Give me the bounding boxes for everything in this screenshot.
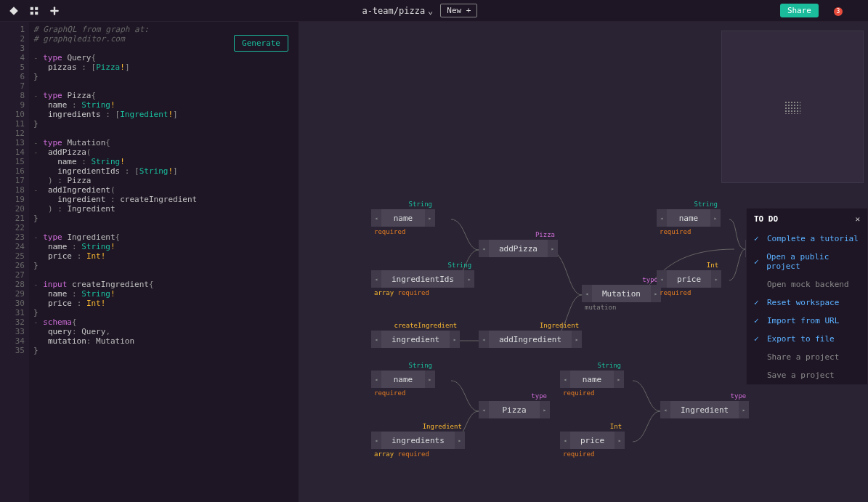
share-button[interactable]: Share bbox=[780, 4, 819, 17]
grid-icon[interactable] bbox=[29, 6, 39, 16]
topbar-right: Share 3 bbox=[780, 4, 859, 17]
svg-rect-3 bbox=[31, 12, 33, 15]
topbar-left bbox=[9, 6, 60, 16]
node-ingredient[interactable]: createIngredient ◂ingredient▸ bbox=[371, 331, 460, 348]
minimap-viewport bbox=[784, 101, 800, 114]
logo-icon[interactable] bbox=[9, 6, 19, 16]
generate-button[interactable]: Generate bbox=[234, 35, 288, 52]
check-icon: ✓ bbox=[754, 334, 761, 344]
node-add-pizza[interactable]: Pizza ◂addPizza▸ bbox=[479, 240, 558, 257]
todo-label: Reset workspace bbox=[767, 298, 839, 307]
project-selector[interactable]: a-team/pizza ⌄ bbox=[362, 6, 433, 16]
check-icon: ✓ bbox=[754, 257, 760, 267]
todo-label: Save a project bbox=[767, 371, 835, 380]
svg-marker-0 bbox=[9, 7, 18, 15]
graph-canvas[interactable]: String ◂name▸ required String ◂ingredien… bbox=[299, 22, 868, 502]
node-name-2[interactable]: String ◂name▸ required bbox=[657, 209, 721, 227]
todo-panel: TO DO ✕ ✓Complete a tutorial✓Open a publ… bbox=[746, 208, 868, 385]
main: 1234567891011121314151617181920212223242… bbox=[0, 22, 868, 502]
todo-item[interactable]: ✓Complete a tutorial bbox=[747, 230, 867, 248]
chevron-down-icon: ⌄ bbox=[428, 6, 433, 16]
node-add-ingredient[interactable]: Ingredient ◂addIngredient▸ bbox=[479, 331, 582, 348]
todo-item[interactable]: Open mock backend bbox=[747, 275, 867, 293]
node-mutation[interactable]: type ◂Mutation▸ mutation bbox=[582, 285, 661, 302]
todo-label: Open mock backend bbox=[767, 280, 849, 289]
topbar-center: a-team/pizza ⌄ New + bbox=[60, 4, 780, 17]
node-price-1[interactable]: Int ◂price▸ required bbox=[657, 270, 721, 288]
todo-label: Share a project bbox=[767, 352, 839, 362]
node-name-4[interactable]: String ◂name▸ required bbox=[560, 371, 624, 388]
todo-item[interactable]: ✓Export to file bbox=[747, 330, 867, 348]
todo-item[interactable]: Share a project bbox=[747, 348, 867, 366]
svg-rect-6 bbox=[50, 9, 59, 11]
check-icon: ✓ bbox=[754, 234, 761, 243]
todo-header: TO DO ✕ bbox=[747, 209, 867, 230]
todo-title: TO DO bbox=[754, 214, 778, 224]
new-button[interactable]: New + bbox=[440, 4, 477, 17]
node-ingredients[interactable]: Ingredient ◂ingredients▸ array required bbox=[371, 432, 465, 449]
node-ingredient-type[interactable]: type ◂Ingredient▸ bbox=[660, 401, 749, 418]
check-icon: ✓ bbox=[754, 298, 761, 307]
todo-item[interactable]: ✓Reset workspace bbox=[747, 293, 867, 312]
slack-icon[interactable] bbox=[49, 6, 60, 16]
node-ingredient-ids[interactable]: String ◂ingredientIds▸ array required bbox=[371, 270, 474, 288]
todo-label: Import from URL bbox=[767, 316, 839, 325]
svg-rect-1 bbox=[31, 7, 33, 9]
topbar: a-team/pizza ⌄ New + Share 3 bbox=[0, 0, 868, 22]
todo-label: Complete a tutorial bbox=[767, 234, 859, 243]
check-icon: ✓ bbox=[754, 316, 761, 325]
notification-badge: 3 bbox=[834, 7, 843, 16]
project-name-label: a-team/pizza bbox=[362, 6, 425, 16]
node-name-1[interactable]: String ◂name▸ required bbox=[371, 209, 435, 227]
todo-label: Export to file bbox=[767, 334, 835, 344]
todo-item[interactable]: ✓Open a public project bbox=[747, 248, 867, 275]
todo-item[interactable]: Save a project bbox=[747, 366, 867, 384]
todo-item[interactable]: ✓Import from URL bbox=[747, 312, 867, 330]
svg-rect-2 bbox=[35, 7, 38, 9]
code-content[interactable]: # GraphQL from graph at: # graphqleditor… bbox=[29, 22, 299, 502]
todo-label: Open a public project bbox=[766, 252, 860, 271]
close-icon[interactable]: ✕ bbox=[855, 214, 860, 224]
node-pizza-type[interactable]: type ◂Pizza▸ bbox=[479, 401, 550, 418]
line-gutter: 1234567891011121314151617181920212223242… bbox=[0, 22, 29, 502]
node-price-2[interactable]: Int ◂price▸ required bbox=[560, 432, 625, 449]
node-name-3[interactable]: String ◂name▸ required bbox=[371, 371, 435, 388]
svg-rect-4 bbox=[35, 12, 38, 15]
minimap[interactable] bbox=[721, 31, 864, 183]
code-editor[interactable]: 1234567891011121314151617181920212223242… bbox=[0, 22, 299, 502]
todo-list: ✓Complete a tutorial✓Open a public proje… bbox=[747, 230, 867, 384]
